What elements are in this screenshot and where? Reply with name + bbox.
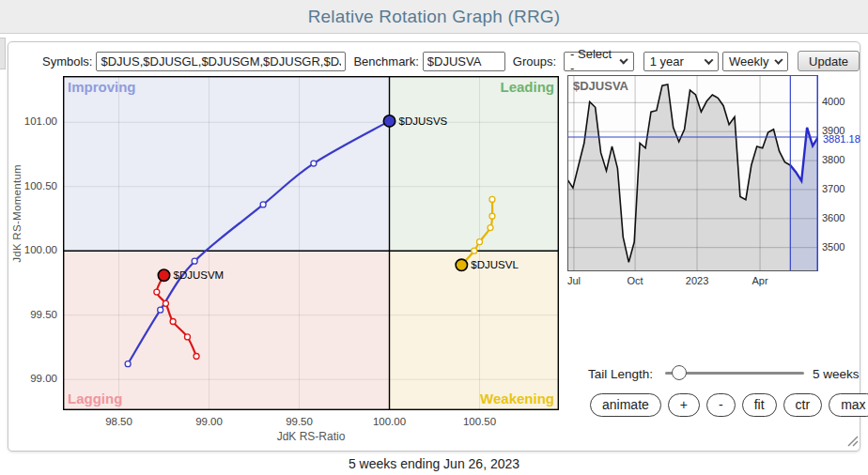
frequency-select-value: Weekly	[729, 54, 768, 69]
price-x-tick: Oct	[628, 275, 643, 286]
quadrant-label-improving: Improving	[68, 79, 136, 95]
groups-label: Groups:	[513, 54, 556, 69]
quadrant-label-leading: Leading	[500, 79, 554, 95]
animate-button[interactable]: animate	[590, 393, 661, 417]
period-select[interactable]: 1 year	[643, 52, 719, 71]
benchmark-label: Benchmark:	[353, 54, 418, 69]
frequency-select[interactable]: Weekly	[722, 52, 788, 71]
date-range-caption: 5 weeks ending Jun 26, 2023	[0, 456, 868, 471]
quadrant-lagging	[63, 251, 390, 410]
rrg-y-tick: 101.00	[14, 115, 57, 127]
quadrant-improving	[63, 76, 390, 251]
rrg-y-tick: 100.50	[14, 180, 57, 192]
quadrant-leading	[390, 76, 559, 251]
rrg-x-tick: 100.00	[373, 416, 406, 427]
side-tab-notch[interactable]	[0, 38, 6, 69]
benchmark-input[interactable]	[423, 52, 505, 71]
chart-buttons: animate + - fit ctr max	[590, 393, 868, 417]
app-header: Relative Rotation Graph (RRG)	[0, 0, 868, 34]
price-y-tick: 3700	[822, 183, 845, 194]
update-button[interactable]: Update	[798, 51, 860, 71]
groups-select[interactable]: - Select -	[564, 52, 634, 71]
quadrant-label-weakening: Weakening	[480, 391, 554, 406]
rrg-x-tick: 98.50	[105, 416, 132, 427]
series-head-$DJUSVS[interactable]	[383, 115, 395, 127]
max-button[interactable]: max	[829, 393, 868, 417]
series-head-$DJUSVL[interactable]	[456, 259, 467, 270]
series-head-$DJUSVM[interactable]	[158, 269, 169, 281]
resize-handle-icon[interactable]	[845, 433, 860, 448]
rrg-chart-svg: $DJUSVS$DJUSVM$DJUSVL	[63, 76, 559, 410]
price-x-tick: 2023	[686, 275, 708, 286]
page-title: Relative Rotation Graph (RRG)	[308, 7, 561, 27]
price-y-tick: 4000	[822, 96, 845, 107]
tail-length-label: Tail Length:	[588, 367, 653, 381]
series-label-$DJUSVL: $DJUSVL	[471, 259, 519, 270]
tail-length-slider-thumb[interactable]	[672, 365, 687, 380]
price-y-tick: 3900	[822, 125, 845, 136]
rrg-y-tick: 100.00	[14, 244, 57, 255]
period-select-value: 1 year	[650, 54, 684, 69]
groups-select-value: - Select -	[570, 47, 613, 75]
fit-button[interactable]: fit	[742, 393, 777, 417]
rrg-x-axis-label: JdK RS-Ratio	[277, 430, 346, 443]
rrg-x-tick: 99.00	[195, 416, 223, 427]
zoom-out-button[interactable]: -	[706, 393, 736, 417]
rrg-y-tick: 99.00	[14, 373, 57, 384]
price-chart-symbol: $DJUSVA	[573, 79, 628, 93]
center-button[interactable]: ctr	[783, 393, 823, 417]
price-chart[interactable]	[567, 75, 818, 271]
zoom-in-button[interactable]: +	[668, 393, 700, 417]
series-label-$DJUSVM: $DJUSVM	[174, 269, 225, 281]
price-y-tick: 3600	[822, 212, 845, 223]
quadrant-label-lagging: Lagging	[68, 391, 122, 406]
price-x-tick: Jul	[567, 275, 581, 286]
rrg-x-tick: 99.50	[286, 416, 313, 427]
series-label-$DJUSVS: $DJUSVS	[399, 115, 448, 127]
tail-length-value: 5 weeks	[813, 367, 860, 381]
price-y-tick: 3800	[822, 154, 845, 165]
symbols-label: Symbols:	[42, 54, 92, 69]
chevron-down-icon	[705, 55, 714, 65]
chevron-down-icon	[620, 55, 629, 65]
symbols-input[interactable]	[96, 52, 346, 71]
price-y-tick: 3500	[822, 241, 845, 253]
price-chart-svg	[567, 75, 818, 271]
rrg-panel: Symbols: Benchmark: Groups: - Select - 1…	[8, 41, 860, 452]
price-x-tick: Apr	[752, 275, 767, 286]
chevron-down-icon	[775, 55, 783, 64]
rrg-y-tick: 99.50	[14, 309, 57, 320]
quadrant-weakening	[390, 251, 559, 410]
rrg-chart[interactable]: $DJUSVS$DJUSVM$DJUSVL ImprovingLeadingLa…	[63, 76, 559, 410]
toolbar: Symbols: Benchmark: Groups: - Select - 1…	[8, 47, 860, 75]
rrg-x-tick: 100.50	[463, 416, 496, 427]
